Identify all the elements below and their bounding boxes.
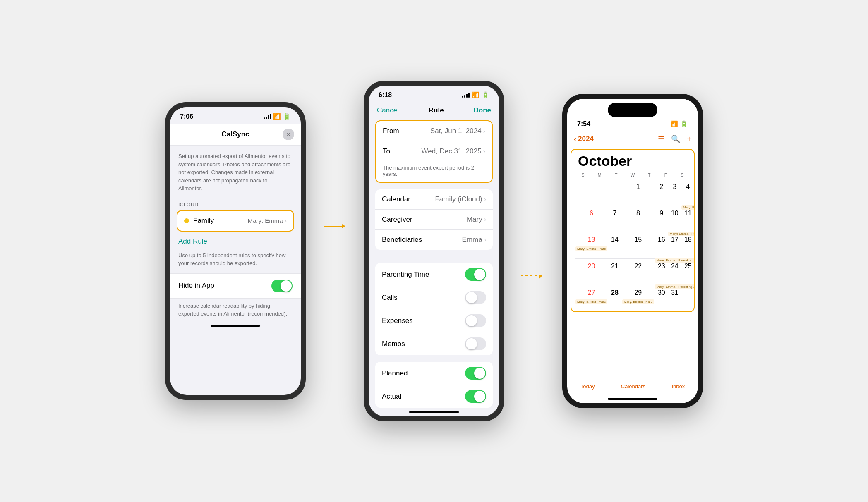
today-button[interactable]: Today <box>580 383 595 390</box>
day-num-13: 13 <box>585 234 597 246</box>
to-label: To <box>383 147 390 155</box>
yellow-dot-icon <box>184 218 189 223</box>
day-num-27: 27 <box>585 287 597 299</box>
day-num-3: 3 <box>669 181 681 193</box>
to-date: Wed, Dec 31, 2025 <box>421 147 481 155</box>
calendar-row[interactable]: Calendar Family (iCloud) › <box>375 189 493 210</box>
beneficiaries-row[interactable]: Beneficiaries Emma › <box>375 230 493 250</box>
calendar-days: 1 2 3 4 Mary: Emma - Parenting Time <box>575 179 691 311</box>
status-icons-3: ···· 📶 🔋 <box>663 120 688 128</box>
status-bar-2: 6:18 📶 🔋 <box>369 86 499 102</box>
hide-in-app-toggle[interactable] <box>271 280 293 292</box>
parenting-time-label: Parenting Time <box>382 270 429 279</box>
day-num-28: 28 <box>609 287 621 299</box>
weekday-sun: S <box>575 172 591 177</box>
cal-day-15[interactable]: 15 <box>621 232 655 258</box>
day-num-14: 14 <box>609 234 621 246</box>
weekday-sat: S <box>674 172 691 177</box>
calls-label: Calls <box>382 294 398 302</box>
cal-day-10[interactable]: 10 Mary: Emma - Parenting Time <box>668 206 681 232</box>
to-row[interactable]: To Wed, Dec 31, 2025 › <box>376 141 492 161</box>
toggles-section: Parenting Time Calls Expenses Memos <box>375 263 493 355</box>
search-icon[interactable]: 🔍 <box>671 134 680 143</box>
hide-in-app-description: Increase calendar readability by hiding … <box>170 299 301 321</box>
time-display-2: 6:18 <box>379 91 392 99</box>
signal-icon-2 <box>462 93 470 98</box>
cancel-button[interactable]: Cancel <box>377 106 399 115</box>
expenses-toggle[interactable] <box>465 314 486 327</box>
family-row[interactable]: Family Mary: Emma › <box>177 211 293 231</box>
calls-toggle[interactable] <box>465 291 486 304</box>
scene: 7:06 📶 🔋 CalSync × Set up automated expo… <box>149 64 719 438</box>
close-button[interactable]: × <box>283 129 294 140</box>
cal-day-20[interactable]: 20 <box>575 258 608 285</box>
hide-in-app-label: Hide in App <box>178 282 214 290</box>
cal-day-14[interactable]: 14 <box>608 232 621 258</box>
cal-day-6[interactable]: 6 <box>575 206 608 232</box>
cal-bottom-nav: Today Calendars Inbox <box>567 378 698 394</box>
calendar-value-display: Family (iCloud) › <box>435 195 486 203</box>
year-display[interactable]: ‹ 2024 <box>574 135 594 143</box>
day-num-20: 20 <box>585 261 597 272</box>
cal-day-7[interactable]: 7 <box>608 206 621 232</box>
actual-toggle[interactable] <box>465 390 486 403</box>
add-rule-button[interactable]: Add Rule <box>170 232 301 251</box>
add-event-icon[interactable]: + <box>687 135 691 143</box>
time-display-1: 7:06 <box>180 113 193 120</box>
cal-day-16[interactable]: 16 Mary: Emma - Parenting Time <box>655 232 668 258</box>
cal-day-9[interactable]: 9 <box>655 206 668 232</box>
phone3-screen: 7:54 ···· 📶 🔋 ‹ 2024 ☰ 🔍 + <box>567 99 698 403</box>
event-week5a: Mary: Emma - Parc <box>575 299 607 304</box>
cal-day-4[interactable]: 4 Mary: Emma - Parenting Time <box>681 179 695 206</box>
planned-toggle[interactable] <box>465 367 486 380</box>
day-num-8: 8 <box>632 208 644 219</box>
cal-day-29[interactable]: 29 Mary: Emma - Parc <box>621 285 655 311</box>
toggles-section-2: Planned Actual <box>375 362 493 408</box>
battery-icon-3: 🔋 <box>680 120 688 128</box>
status-icons-2: 📶 🔋 <box>462 91 489 99</box>
cal-day-13[interactable]: 13 Mary: Emma - Parc <box>575 232 608 258</box>
cal-day-empty2 <box>608 179 621 206</box>
arrow-head-1 <box>342 224 348 228</box>
calendars-button[interactable]: Calendars <box>621 383 645 390</box>
done-button[interactable]: Done <box>473 106 491 115</box>
cal-day-28[interactable]: 28 <box>608 285 621 311</box>
weekday-header: S M T W T F S <box>575 171 691 179</box>
close-icon: × <box>287 131 290 138</box>
day-num-2: 2 <box>656 181 667 193</box>
to-value: Wed, Dec 31, 2025 › <box>421 147 485 155</box>
wifi-icon-2: 📶 <box>472 91 480 99</box>
family-name: Family <box>193 217 214 225</box>
from-row[interactable]: From Sat, Jun 1, 2024 › <box>376 121 492 141</box>
signal-icon-3: ···· <box>663 121 668 127</box>
home-bar-3 <box>608 398 657 400</box>
cal-day-8[interactable]: 8 <box>621 206 655 232</box>
cal-day-2[interactable]: 2 <box>655 179 668 206</box>
cal-day-3[interactable]: 3 <box>668 179 681 206</box>
parenting-time-toggle[interactable] <box>465 268 486 281</box>
cal-day-22[interactable]: 22 <box>621 258 655 285</box>
cal-day-27[interactable]: 27 Mary: Emma - Parc <box>575 285 608 311</box>
parenting-time-row: Parenting Time <box>375 263 493 286</box>
expenses-label: Expenses <box>382 317 413 325</box>
caregiver-value: Mary <box>467 215 482 224</box>
wifi-icon-3: 📶 <box>670 120 678 128</box>
event-week3b: Mary: Emma - Parenting Time <box>655 258 695 263</box>
chevron-caregiver: › <box>484 216 486 223</box>
list-view-icon[interactable]: ☰ <box>658 134 664 143</box>
connector-2 <box>521 251 546 251</box>
connector-1 <box>322 251 347 251</box>
caregiver-row[interactable]: Caregiver Mary › <box>375 210 493 230</box>
planned-row: Planned <box>375 362 493 385</box>
cal-day-1[interactable]: 1 <box>621 179 655 206</box>
memos-toggle[interactable] <box>465 337 486 350</box>
family-value: Mary: Emma › <box>248 217 287 225</box>
cal-day-21[interactable]: 21 <box>608 258 621 285</box>
calsync-description: Set up automated export of Alimentor eve… <box>170 146 301 199</box>
status-bar-3: 7:54 ···· 📶 🔋 <box>567 119 698 131</box>
from-label: From <box>383 127 399 135</box>
config-section: Calendar Family (iCloud) › Caregiver Mar… <box>375 189 493 250</box>
inbox-button[interactable]: Inbox <box>671 383 685 390</box>
calsync-header: CalSync × <box>170 124 301 146</box>
day-num-4: 4 <box>682 181 694 193</box>
